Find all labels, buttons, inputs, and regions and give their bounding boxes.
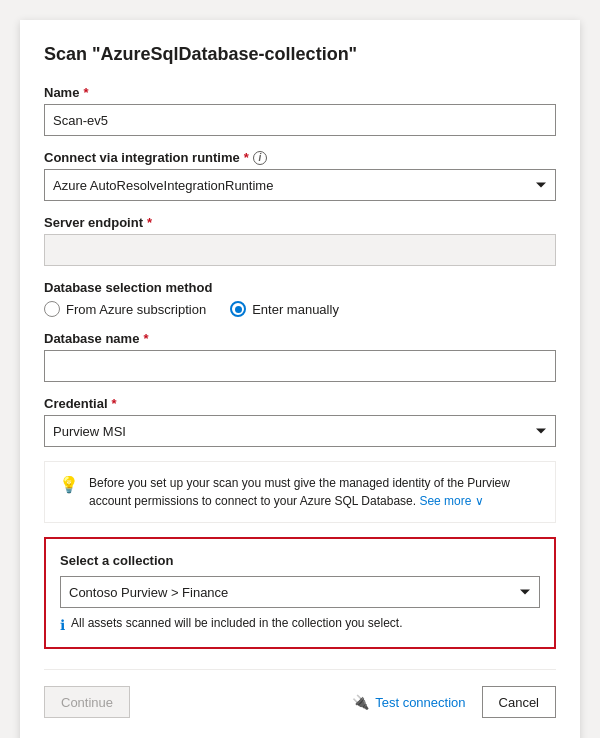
radio-manual-circle	[230, 301, 246, 317]
radio-enter-manually[interactable]: Enter manually	[230, 301, 339, 317]
collection-label: Select a collection	[60, 553, 540, 568]
footer: Continue 🔌 Test connection Cancel	[44, 669, 556, 718]
collection-select[interactable]: Contoso Purview > Finance	[60, 576, 540, 608]
footer-right: 🔌 Test connection Cancel	[352, 686, 556, 718]
credential-select-wrapper: Purview MSI	[44, 415, 556, 447]
server-endpoint-label: Server endpoint *	[44, 215, 556, 230]
name-required: *	[83, 85, 88, 100]
name-input[interactable]	[44, 104, 556, 136]
credential-select[interactable]: Purview MSI	[44, 415, 556, 447]
continue-button: Continue	[44, 686, 130, 718]
name-field-group: Name *	[44, 85, 556, 136]
test-connection-icon: 🔌	[352, 694, 369, 710]
collection-info-text: All assets scanned will be included in t…	[71, 616, 403, 630]
info-box: 💡 Before you set up your scan you must g…	[44, 461, 556, 523]
database-required: *	[143, 331, 148, 346]
see-more-link[interactable]: See more ∨	[419, 494, 483, 508]
database-selection-radio-group: From Azure subscription Enter manually	[44, 301, 556, 317]
test-connection-button[interactable]: 🔌 Test connection	[352, 694, 465, 710]
info-box-text: Before you set up your scan you must giv…	[89, 474, 541, 510]
credential-label: Credential *	[44, 396, 556, 411]
integration-required: *	[244, 150, 249, 165]
integration-info-icon[interactable]: i	[253, 151, 267, 165]
server-endpoint-input	[44, 234, 556, 266]
info-box-bulb-icon: 💡	[59, 475, 79, 494]
radio-azure-circle	[44, 301, 60, 317]
cancel-button[interactable]: Cancel	[482, 686, 556, 718]
integration-runtime-field-group: Connect via integration runtime * i Azur…	[44, 150, 556, 201]
radio-azure-subscription[interactable]: From Azure subscription	[44, 301, 206, 317]
credential-required: *	[112, 396, 117, 411]
radio-azure-label: From Azure subscription	[66, 302, 206, 317]
collection-info-icon: ℹ	[60, 617, 65, 633]
collection-info: ℹ All assets scanned will be included in…	[60, 616, 540, 633]
test-connection-label: Test connection	[375, 695, 465, 710]
integration-runtime-select[interactable]: Azure AutoResolveIntegrationRuntime	[44, 169, 556, 201]
server-required: *	[147, 215, 152, 230]
scan-panel: Scan "AzureSqlDatabase-collection" Name …	[20, 20, 580, 738]
radio-manual-label: Enter manually	[252, 302, 339, 317]
name-label: Name *	[44, 85, 556, 100]
collection-section: Select a collection Contoso Purview > Fi…	[44, 537, 556, 649]
integration-runtime-select-wrapper: Azure AutoResolveIntegrationRuntime	[44, 169, 556, 201]
database-name-label: Database name *	[44, 331, 556, 346]
integration-runtime-label: Connect via integration runtime * i	[44, 150, 556, 165]
panel-title: Scan "AzureSqlDatabase-collection"	[44, 44, 556, 65]
server-endpoint-field-group: Server endpoint *	[44, 215, 556, 266]
credential-field-group: Credential * Purview MSI	[44, 396, 556, 447]
database-selection-label: Database selection method	[44, 280, 556, 295]
database-selection-field-group: Database selection method From Azure sub…	[44, 280, 556, 317]
database-name-input[interactable]	[44, 350, 556, 382]
collection-select-wrapper: Contoso Purview > Finance	[60, 576, 540, 608]
database-name-field-group: Database name *	[44, 331, 556, 382]
